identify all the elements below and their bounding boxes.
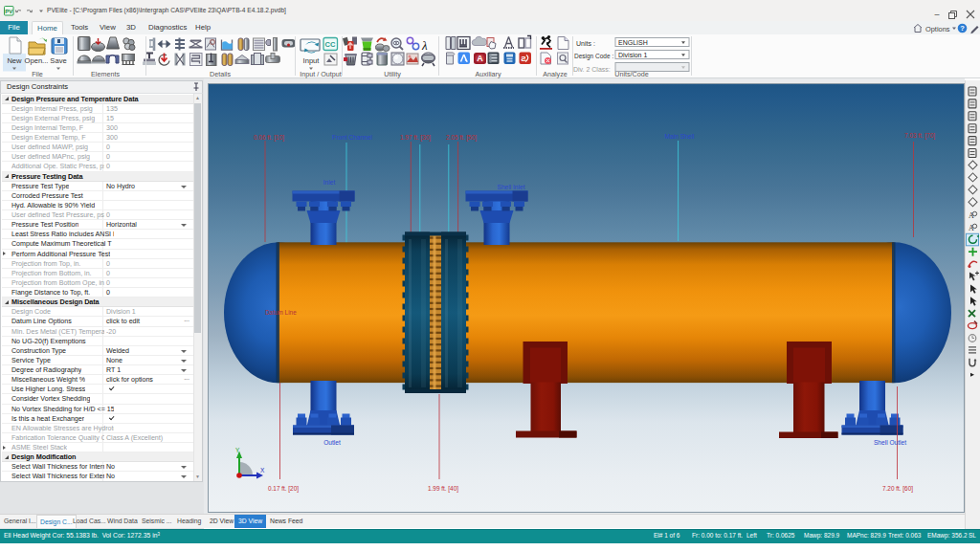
svg-text:1.99 ft. [40]: 1.99 ft. [40] bbox=[428, 485, 458, 493]
svg-text:Options: Options bbox=[925, 25, 950, 33]
svg-text:Design Code :: Design Code : bbox=[574, 53, 613, 60]
svg-text:File: File bbox=[32, 70, 43, 78]
svg-text:0.06 ft. [10]: 0.06 ft. [10] bbox=[254, 134, 284, 142]
svg-text:?: ? bbox=[960, 24, 965, 33]
svg-text:Division 1: Division 1 bbox=[618, 52, 647, 58]
svg-text:ENGLISH: ENGLISH bbox=[618, 39, 648, 46]
svg-text:Datum Line: Datum Line bbox=[265, 309, 297, 316]
svg-text:Shell Inlet: Shell Inlet bbox=[498, 184, 525, 190]
svg-text:CC: CC bbox=[325, 40, 336, 49]
svg-text:Main Shell: Main Shell bbox=[665, 133, 695, 140]
svg-text:Front Channel: Front Channel bbox=[332, 134, 372, 141]
svg-text:A: A bbox=[477, 54, 483, 63]
svg-text:0.17 ft. [20]: 0.17 ft. [20] bbox=[268, 485, 299, 493]
svg-text:Open...: Open... bbox=[25, 56, 49, 65]
svg-text:Units :: Units : bbox=[576, 40, 595, 47]
svg-text:PV: PV bbox=[5, 9, 12, 14]
svg-text:Inlet: Inlet bbox=[323, 179, 336, 186]
svg-text:Auxiliary: Auxiliary bbox=[475, 70, 501, 78]
svg-text:Shell Outlet: Shell Outlet bbox=[874, 439, 906, 446]
svg-text:Analyze: Analyze bbox=[543, 70, 568, 78]
svg-text:Elements: Elements bbox=[91, 70, 120, 78]
svg-text:Units/Code: Units/Code bbox=[614, 70, 649, 78]
svg-text:λ: λ bbox=[421, 38, 428, 53]
svg-text:1.97 ft. [30]: 1.97 ft. [30] bbox=[400, 134, 431, 142]
svg-text:X: X bbox=[260, 467, 265, 474]
svg-text:Input: Input bbox=[303, 56, 321, 65]
svg-text:New: New bbox=[7, 56, 22, 65]
svg-text:Save: Save bbox=[50, 56, 66, 65]
svg-text:Input / Output: Input / Output bbox=[300, 70, 342, 78]
svg-text:7.03 ft. [70]: 7.03 ft. [70] bbox=[904, 132, 935, 140]
svg-text:Details: Details bbox=[210, 70, 231, 78]
svg-text:Outlet: Outlet bbox=[323, 439, 341, 446]
svg-text:2.05 ft. [50]: 2.05 ft. [50] bbox=[446, 134, 477, 142]
svg-text:Y: Y bbox=[235, 447, 240, 453]
svg-text:7.20 ft. [60]: 7.20 ft. [60] bbox=[882, 485, 913, 493]
svg-text:Div. 2 Class:: Div. 2 Class: bbox=[573, 66, 611, 73]
svg-text:Utility: Utility bbox=[384, 70, 401, 78]
